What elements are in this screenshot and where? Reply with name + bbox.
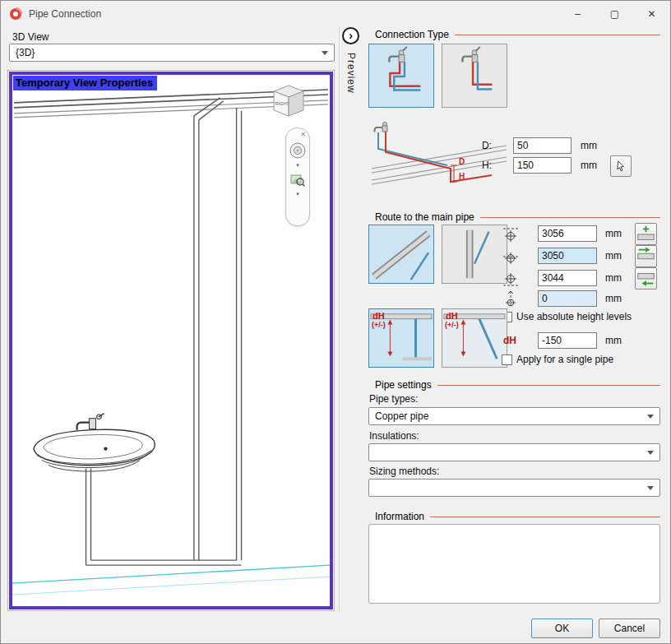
app-icon bbox=[9, 7, 22, 21]
navigation-cube[interactable]: RIGHT bbox=[266, 81, 308, 120]
route-option-diagonal[interactable] bbox=[368, 225, 434, 284]
route-option-vertical[interactable] bbox=[442, 225, 507, 284]
dh-field-label: dH bbox=[503, 335, 516, 346]
steering-wheel-icon[interactable] bbox=[289, 141, 307, 162]
settings-panel: Connection Type bbox=[368, 1, 661, 644]
insulations-label: Insulations: bbox=[369, 430, 419, 442]
temporary-view-properties-badge: Temporary View Properties bbox=[13, 76, 157, 90]
pipe-depth-reference-icon bbox=[502, 290, 520, 308]
sizing-methods-select[interactable] bbox=[368, 479, 660, 497]
connect-pipe-top-button[interactable] bbox=[635, 223, 657, 245]
zoom-menu-icon[interactable]: ▾ bbox=[296, 191, 299, 197]
d-field-input[interactable] bbox=[513, 137, 572, 154]
zoom-region-icon[interactable] bbox=[289, 172, 306, 191]
dh-option-vertical[interactable]: dH (+/-) bbox=[368, 308, 434, 368]
use-absolute-height-checkbox[interactable]: Use absolute height levels bbox=[502, 311, 632, 322]
window-title: Pipe Connection bbox=[29, 8, 101, 20]
checkbox-box[interactable] bbox=[502, 354, 512, 365]
route-offset-center-input[interactable] bbox=[538, 248, 597, 264]
checkbox-label: Use absolute height levels bbox=[516, 311, 632, 322]
connection-type-option-straight[interactable] bbox=[442, 44, 507, 108]
navigation-toolbar: ✕ ▾ ▾ bbox=[285, 127, 310, 226]
unit-label: mm bbox=[605, 228, 622, 239]
preview-collapsed-panel[interactable]: › Preview bbox=[339, 27, 362, 611]
route-offset-bottom-input[interactable] bbox=[538, 270, 597, 286]
route-header: Route to the main pipe bbox=[368, 211, 660, 223]
pipe-settings-title: Pipe settings bbox=[368, 379, 432, 391]
route-title: Route to the main pipe bbox=[368, 211, 474, 223]
pipe-bottom-reference-icon bbox=[502, 270, 520, 288]
connection-diagram: D H bbox=[368, 118, 510, 197]
insulations-select[interactable] bbox=[368, 443, 660, 461]
header-rule bbox=[430, 517, 660, 517]
chevron-down-icon bbox=[647, 451, 654, 455]
navcube-face-label: RIGHT bbox=[275, 101, 290, 106]
viewport-frame: Temporary View Properties bbox=[7, 70, 335, 611]
pipe-types-select[interactable]: Copper pipe bbox=[368, 407, 660, 425]
pipe-types-label: Pipe types: bbox=[369, 393, 418, 405]
information-header: Information bbox=[368, 511, 660, 522]
connection-type-title: Connection Type bbox=[368, 29, 449, 40]
steering-wheel-menu-icon[interactable]: ▾ bbox=[296, 162, 299, 169]
pipe-settings-header: Pipe settings bbox=[368, 379, 660, 391]
pipes-and-sink-drawing bbox=[12, 75, 330, 606]
dh-option-diagonal[interactable]: dH (+/-) bbox=[442, 308, 507, 368]
expand-preview-button[interactable]: › bbox=[342, 27, 359, 44]
unit-label: mm bbox=[605, 293, 622, 304]
route-depth-input[interactable] bbox=[538, 290, 597, 307]
diagram-h-dim-label: H bbox=[459, 172, 465, 181]
view3d-select[interactable]: {3D} bbox=[9, 44, 335, 62]
pipe-types-value: Copper pipe bbox=[375, 410, 642, 422]
dh-thumb-sub-label: (+/-) bbox=[372, 322, 386, 329]
header-rule bbox=[437, 385, 660, 386]
unit-label: mm bbox=[605, 272, 622, 284]
diagram-d-dim-label: D bbox=[459, 157, 465, 166]
chevron-down-icon bbox=[647, 415, 654, 419]
chevron-down-icon bbox=[322, 51, 328, 55]
h-field-input[interactable] bbox=[513, 157, 572, 174]
dh-thumb-label: dH bbox=[446, 312, 458, 321]
preview-panel-label[interactable]: Preview bbox=[345, 53, 357, 94]
dh-thumb-label: dH bbox=[373, 312, 385, 321]
view3d-label: 3D View bbox=[12, 31, 49, 43]
h-unit-label: mm bbox=[581, 160, 597, 171]
pipe-connection-window: Pipe Connection – ▢ ✕ 3D View {3D} Tempo… bbox=[0, 0, 671, 644]
information-title: Information bbox=[368, 511, 424, 522]
dh-field-input[interactable] bbox=[538, 332, 597, 349]
connection-type-option-elbow[interactable] bbox=[368, 44, 434, 108]
toolbar-close-icon[interactable]: ✕ bbox=[300, 131, 306, 138]
viewport-3d-canvas[interactable]: Temporary View Properties bbox=[9, 72, 333, 609]
header-rule bbox=[480, 217, 660, 218]
d-unit-label: mm bbox=[581, 140, 597, 151]
connect-pipe-middle-button[interactable] bbox=[635, 245, 657, 267]
sizing-methods-label: Sizing methods: bbox=[369, 466, 439, 477]
unit-label: mm bbox=[605, 335, 622, 346]
h-field-label: H: bbox=[482, 160, 492, 171]
header-rule bbox=[455, 35, 660, 35]
pipe-center-reference-icon bbox=[502, 248, 520, 266]
view3d-selected-value: {3D} bbox=[16, 47, 317, 58]
dh-thumb-sub-label: (+/-) bbox=[445, 322, 459, 329]
apply-single-pipe-checkbox[interactable]: Apply for a single pipe bbox=[502, 354, 613, 365]
connection-type-header: Connection Type bbox=[368, 29, 660, 40]
checkbox-label: Apply for a single pipe bbox=[516, 354, 613, 365]
cancel-button[interactable]: Cancel bbox=[599, 619, 660, 638]
ok-button[interactable]: OK bbox=[531, 619, 593, 638]
pick-in-model-button[interactable] bbox=[610, 155, 632, 177]
information-textbox[interactable] bbox=[368, 524, 660, 604]
chevron-down-icon bbox=[647, 486, 654, 490]
cursor-arrow-icon bbox=[615, 160, 627, 173]
pipe-top-reference-icon bbox=[502, 225, 520, 243]
d-field-label: D: bbox=[482, 140, 492, 151]
connect-pipe-bottom-button[interactable] bbox=[635, 267, 657, 290]
unit-label: mm bbox=[605, 250, 622, 262]
route-offset-top-input[interactable] bbox=[538, 225, 597, 242]
